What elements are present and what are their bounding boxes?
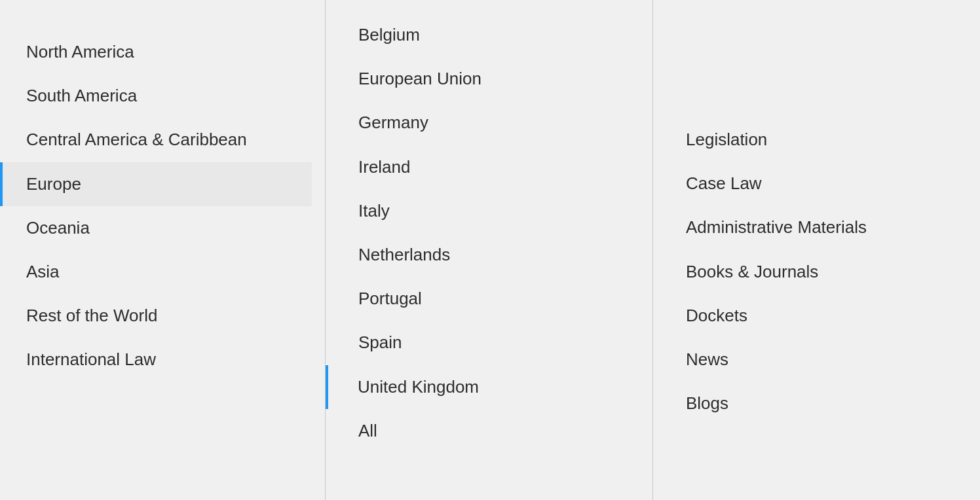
- content-type-item-blogs[interactable]: Blogs: [686, 382, 967, 425]
- menu-container: North AmericaSouth AmericaCentral Americ…: [0, 0, 980, 500]
- country-item-germany[interactable]: Germany: [358, 101, 639, 145]
- country-item-netherlands[interactable]: Netherlands: [358, 233, 639, 277]
- country-item-italy[interactable]: Italy: [358, 189, 639, 233]
- country-item-united-kingdom[interactable]: United Kingdom: [326, 365, 639, 409]
- content-type-list: LegislationCase LawAdministrative Materi…: [686, 118, 967, 425]
- jurisdiction-item-asia[interactable]: Asia: [26, 250, 312, 294]
- content-type-item-administrative-materials[interactable]: Administrative Materials: [686, 205, 967, 249]
- country-item-portugal[interactable]: Portugal: [358, 277, 639, 321]
- jurisdiction-item-rest-of-world[interactable]: Rest of the World: [26, 294, 312, 338]
- jurisdiction-item-international-law[interactable]: International Law: [26, 338, 312, 382]
- content-type-column: LegislationCase LawAdministrative Materi…: [653, 0, 980, 500]
- content-type-item-news[interactable]: News: [686, 338, 967, 382]
- jurisdiction-column: North AmericaSouth AmericaCentral Americ…: [0, 0, 326, 500]
- country-list: BelgiumEuropean UnionGermanyIrelandItaly…: [358, 13, 639, 453]
- jurisdiction-item-europe[interactable]: Europe: [0, 162, 312, 206]
- jurisdiction-item-central-america[interactable]: Central America & Caribbean: [26, 118, 312, 162]
- country-item-ireland[interactable]: Ireland: [358, 145, 639, 189]
- country-item-all[interactable]: All: [358, 409, 639, 453]
- jurisdiction-item-north-america[interactable]: North America: [26, 30, 312, 74]
- jurisdiction-item-south-america[interactable]: South America: [26, 74, 312, 118]
- country-item-european-union[interactable]: European Union: [358, 57, 639, 101]
- country-item-spain[interactable]: Spain: [358, 321, 639, 365]
- jurisdiction-list: North AmericaSouth AmericaCentral Americ…: [26, 30, 312, 382]
- content-type-item-dockets[interactable]: Dockets: [686, 294, 967, 338]
- content-type-item-case-law[interactable]: Case Law: [686, 162, 967, 205]
- country-column: BelgiumEuropean UnionGermanyIrelandItaly…: [326, 0, 653, 500]
- content-type-item-legislation[interactable]: Legislation: [686, 118, 967, 162]
- jurisdiction-item-oceania[interactable]: Oceania: [26, 206, 312, 250]
- content-type-item-books-journals[interactable]: Books & Journals: [686, 250, 967, 294]
- country-item-belgium[interactable]: Belgium: [358, 13, 639, 57]
